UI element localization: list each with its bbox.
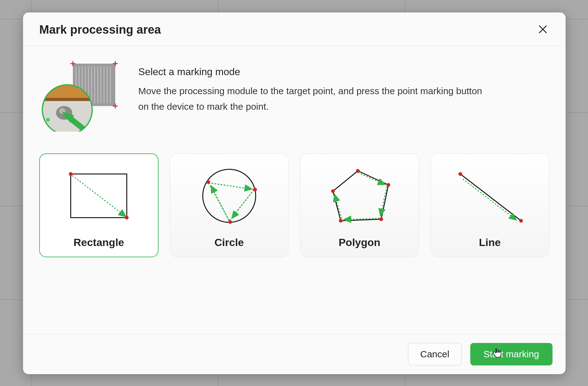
rectangle-shape-icon — [60, 165, 138, 230]
circle-shape-icon — [190, 165, 268, 230]
close-icon — [539, 24, 547, 36]
dialog-body: Select a marking mode Move the processin… — [23, 46, 566, 334]
svg-line-35 — [211, 186, 229, 221]
svg-rect-28 — [71, 174, 127, 218]
svg-point-25 — [46, 118, 50, 122]
close-button[interactable] — [536, 23, 549, 36]
svg-line-33 — [208, 183, 251, 189]
svg-point-45 — [386, 183, 390, 187]
hero-illustration — [39, 60, 120, 132]
polygon-shape-icon — [320, 165, 398, 230]
svg-point-46 — [379, 217, 383, 221]
svg-point-51 — [458, 172, 462, 176]
line-shape-icon — [451, 165, 529, 230]
svg-line-29 — [72, 176, 125, 216]
svg-point-48 — [331, 189, 335, 193]
mark-processing-area-dialog: Mark processing area — [23, 12, 566, 374]
mode-card-polygon[interactable]: Polygon — [300, 153, 419, 257]
svg-point-31 — [125, 216, 129, 220]
svg-point-52 — [519, 219, 523, 223]
dialog-footer: Cancel Start marking — [23, 334, 566, 374]
intro-heading: Select a marking mode — [138, 66, 549, 78]
start-marking-button[interactable]: Start marking — [470, 343, 552, 365]
mode-label-polygon: Polygon — [339, 236, 380, 248]
intro-section: Select a marking mode Move the processin… — [39, 60, 549, 132]
mode-label-circle: Circle — [215, 236, 244, 248]
mode-label-rectangle: Rectangle — [74, 236, 124, 248]
svg-point-30 — [69, 172, 73, 176]
svg-point-38 — [228, 220, 232, 224]
svg-line-50 — [463, 179, 516, 220]
mode-card-rectangle[interactable]: Rectangle — [39, 153, 159, 257]
intro-description: Move the processing module to the target… — [138, 83, 493, 114]
svg-line-41 — [381, 186, 387, 215]
svg-line-43 — [335, 195, 342, 219]
svg-line-40 — [358, 172, 384, 184]
svg-rect-22 — [42, 98, 92, 101]
mode-card-line[interactable]: Line — [430, 153, 550, 257]
intro-text: Select a marking mode Move the processin… — [138, 60, 549, 114]
mode-grid: Rectangle — [39, 153, 549, 257]
dialog-header: Mark processing area — [23, 12, 566, 46]
svg-line-49 — [460, 174, 521, 221]
svg-point-47 — [339, 219, 343, 223]
cancel-button[interactable]: Cancel — [408, 343, 461, 365]
svg-point-37 — [253, 188, 257, 191]
svg-point-32 — [203, 169, 256, 222]
svg-point-44 — [356, 169, 360, 173]
svg-marker-39 — [333, 171, 388, 221]
svg-point-36 — [206, 180, 210, 184]
svg-line-34 — [232, 190, 254, 218]
mode-card-circle[interactable]: Circle — [170, 153, 289, 257]
dialog-title: Mark processing area — [39, 23, 161, 36]
mode-label-line: Line — [479, 236, 501, 248]
